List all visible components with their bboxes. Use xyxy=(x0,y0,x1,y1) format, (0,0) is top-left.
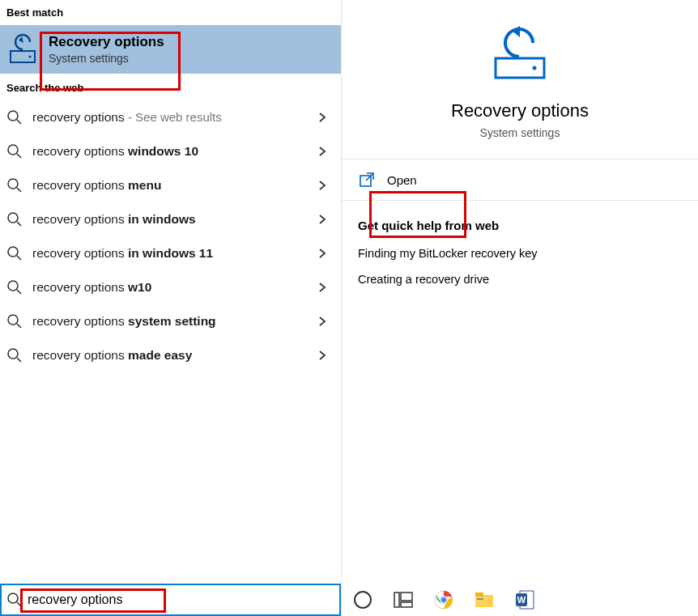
svg-line-7 xyxy=(17,188,21,192)
best-match-result[interactable]: Recovery options System settings xyxy=(0,25,341,74)
chevron-right-icon xyxy=(317,350,328,361)
web-result-item[interactable]: recovery options made easy xyxy=(0,338,341,372)
svg-point-12 xyxy=(8,281,18,291)
svg-line-22 xyxy=(17,602,21,606)
help-links-list: Finding my BitLocker recovery keyCreatin… xyxy=(358,247,682,286)
web-result-item[interactable]: recovery options in windows xyxy=(0,202,341,236)
web-result-item[interactable]: recovery options w10 xyxy=(0,270,341,304)
search-icon xyxy=(6,592,23,608)
web-result-text: recovery options - See web results xyxy=(32,110,307,125)
web-result-text: recovery options in windows 11 xyxy=(32,246,307,261)
search-icon xyxy=(6,313,23,329)
svg-rect-32 xyxy=(477,598,483,600)
web-result-item[interactable]: recovery options windows 10 xyxy=(0,134,341,168)
chevron-right-icon xyxy=(317,214,328,225)
chevron-right-icon xyxy=(317,146,328,157)
svg-point-23 xyxy=(355,592,371,608)
svg-line-13 xyxy=(17,290,21,294)
web-results-list: recovery options - See web results recov… xyxy=(0,100,341,372)
svg-point-14 xyxy=(8,315,18,325)
svg-point-2 xyxy=(8,111,18,121)
detail-panel: Recovery options System settings Open Ge… xyxy=(341,0,698,616)
svg-rect-25 xyxy=(401,593,412,601)
svg-line-17 xyxy=(17,358,21,362)
open-button[interactable]: Open xyxy=(342,159,698,200)
file-explorer-icon[interactable] xyxy=(474,589,495,610)
recovery-icon xyxy=(6,33,39,66)
chevron-right-icon xyxy=(317,282,328,293)
open-external-icon xyxy=(358,171,376,189)
search-icon xyxy=(6,347,23,363)
svg-rect-26 xyxy=(401,602,412,607)
help-section-title: Get quick help from web xyxy=(358,219,682,232)
best-match-subtitle: System settings xyxy=(49,52,164,65)
svg-line-15 xyxy=(17,324,21,328)
svg-line-3 xyxy=(17,120,21,124)
search-icon xyxy=(6,245,23,261)
svg-point-6 xyxy=(8,179,18,189)
search-icon xyxy=(6,109,23,125)
svg-rect-18 xyxy=(496,58,544,78)
search-input[interactable] xyxy=(28,585,334,614)
svg-text:W: W xyxy=(517,595,526,605)
web-result-item[interactable]: recovery options in windows 11 xyxy=(0,236,341,270)
taskbar: W xyxy=(341,584,698,616)
web-result-text: recovery options made easy xyxy=(32,348,307,363)
web-result-text: recovery options in windows xyxy=(32,212,307,227)
svg-point-8 xyxy=(8,213,18,223)
chrome-icon[interactable] xyxy=(433,589,454,610)
svg-point-21 xyxy=(8,593,18,603)
search-icon xyxy=(6,211,23,227)
svg-rect-31 xyxy=(475,593,483,597)
best-match-header: Best match xyxy=(0,0,341,25)
web-result-item[interactable]: recovery options - See web results xyxy=(0,100,341,134)
svg-line-11 xyxy=(17,256,21,260)
chevron-right-icon xyxy=(317,248,328,259)
cortana-icon[interactable] xyxy=(352,589,373,610)
svg-line-9 xyxy=(17,222,21,226)
svg-line-5 xyxy=(17,154,21,158)
search-web-header: Search the web xyxy=(0,74,341,100)
web-result-text: recovery options w10 xyxy=(32,280,307,295)
open-label: Open xyxy=(387,173,417,187)
web-result-item[interactable]: recovery options menu xyxy=(0,168,341,202)
search-icon xyxy=(6,279,23,295)
svg-point-16 xyxy=(8,349,18,359)
search-icon xyxy=(6,177,23,193)
help-link[interactable]: Creating a recovery drive xyxy=(358,273,682,286)
chevron-right-icon xyxy=(317,316,328,327)
search-results-panel: Best match Recovery options System setti… xyxy=(0,0,341,616)
svg-rect-30 xyxy=(475,595,493,607)
svg-point-10 xyxy=(8,247,18,257)
web-result-text: recovery options system setting xyxy=(32,314,307,329)
detail-title: Recovery options xyxy=(451,100,589,121)
web-result-text: recovery options menu xyxy=(32,178,307,193)
task-view-icon[interactable] xyxy=(393,589,414,610)
web-result-text: recovery options windows 10 xyxy=(32,144,307,159)
search-icon xyxy=(6,143,23,159)
search-input-bar[interactable] xyxy=(0,584,341,616)
detail-subtitle: System settings xyxy=(480,126,560,139)
help-link[interactable]: Finding my BitLocker recovery key xyxy=(358,247,682,260)
svg-point-29 xyxy=(441,597,447,603)
recovery-icon xyxy=(487,24,552,81)
svg-point-1 xyxy=(28,55,31,57)
svg-rect-24 xyxy=(394,593,399,607)
svg-point-19 xyxy=(533,66,537,70)
word-icon[interactable]: W xyxy=(514,589,535,610)
chevron-right-icon xyxy=(317,180,328,191)
best-match-title: Recovery options xyxy=(49,34,164,50)
chevron-right-icon xyxy=(317,112,328,123)
svg-point-4 xyxy=(8,145,18,155)
web-result-item[interactable]: recovery options system setting xyxy=(0,304,341,338)
